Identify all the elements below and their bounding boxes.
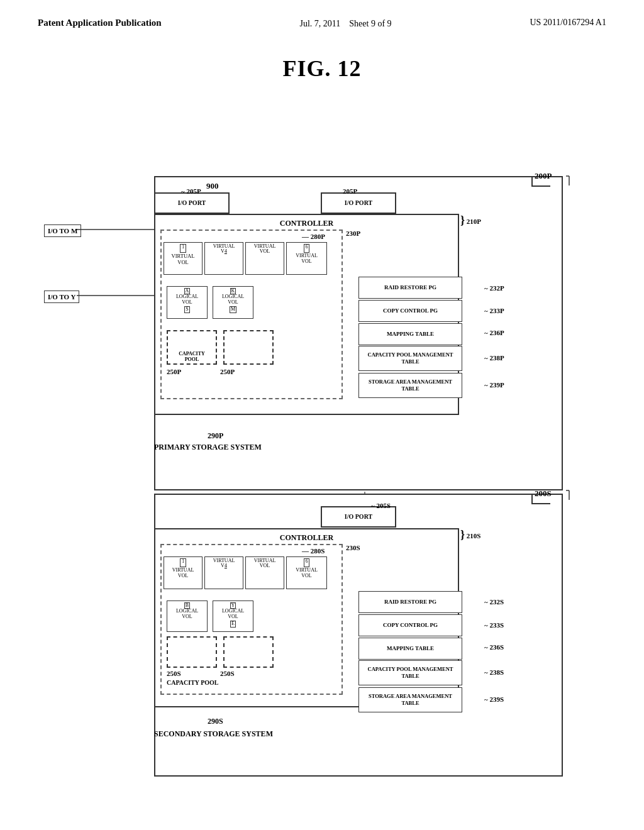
secondary-cap-pool-label: CAPACITY POOL [167,679,219,686]
secondary-storage-mgmt: STORAGE AREA MANAGEMENT TABLE [358,687,462,712]
secondary-storage-mgmt-ref: ~ 239S [484,695,504,703]
secondary-cap-pool-1 [167,636,217,668]
secondary-raid-pg-ref: ~ 232S [484,598,504,606]
primary-vol-area-ref: 230P [346,230,360,237]
secondary-copy-pg-ref: ~ 233S [484,621,504,629]
primary-outer-ref: 200P [535,171,552,181]
primary-io-port-right: I/O PORT [321,192,396,214]
secondary-io-port-ref: ~ 205S [371,502,391,509]
secondary-logical-vol-YE: Y LOGICALVOL E [213,600,253,632]
primary-system-ref: 290P [208,431,223,441]
secondary-cap-mgmt: CAPACITY POOL MANAGEMENT TABLE [358,660,462,685]
secondary-vol3: VIRTUALVOL [245,556,284,589]
primary-io-port-left-ref: ~ 205P [181,187,201,195]
secondary-io-port: I/O PORT [321,506,396,528]
primary-controller-label: CONTROLLER [280,219,333,228]
secondary-system-label: SECONDARY STORAGE SYSTEM [154,729,273,739]
header-right: US 2011/0167294 A1 [530,18,606,28]
secondary-vol-area-ref: 230S [346,544,360,551]
secondary-vol2: VIRTUAL V4 [204,556,243,589]
header-center: Jul. 7, 2011 Sheet 9 of 9 [299,18,391,30]
page-header: Patent Application Publication Jul. 7, 2… [0,0,644,30]
secondary-cap-pool-2 [223,636,274,668]
secondary-controller-ref: } 210S [460,528,480,541]
secondary-raid-pg: RAID RESTORE PG [358,591,462,613]
primary-io-port-left: I/O PORT [154,192,230,214]
primary-mapping-ref: ~ 236P [484,329,504,336]
primary-cap-pool-ref2: 250P [220,368,235,375]
primary-controller-ref: } 210P [460,214,481,227]
primary-900-ref: 900 [206,181,219,191]
header-left: Patent Application Publication [38,18,162,28]
secondary-controller-label: CONTROLLER [280,533,333,543]
secondary-mapping: MAPPING TABLE [358,638,462,660]
diagram-area: 200P 900 I/O PORT ~ 205P I/O PORT 205P C… [38,94,591,786]
primary-vol2: VIRTUAL V4 [204,242,243,275]
primary-storage-mgmt: STORAGE AREA MANAGEMENT TABLE [358,373,462,398]
primary-vol1: 1 VIRTUALVOL [164,242,203,275]
io-to-y-label: I/O TO Y [44,290,79,303]
primary-logical-vol-KM: K LOGICALVOL M [213,286,253,319]
secondary-mapping-ref: ~ 236S [484,643,504,651]
primary-logical-vol-AS: A LOGICALVOL S [167,286,208,319]
secondary-cap-pool-ref2: 250S [220,670,235,677]
primary-copy-pg: COPY CONTROL PG [358,300,462,322]
secondary-cap-pool-ref1: 250S [167,670,181,677]
primary-cap-pool-1: CAPACITYPOOL [167,330,217,365]
secondary-system-ref: 290S [208,717,223,726]
primary-copy-pg-ref: ~ 233P [484,307,504,314]
secondary-vol1: 1 VIRTUALVOL [164,556,203,589]
primary-storage-mgmt-ref: ~ 239P [484,381,504,389]
primary-system-label: PRIMARY STORAGE SYSTEM [154,443,262,452]
primary-vols-ref: — 280P [302,233,325,240]
primary-cap-pool-ref1: 250P [167,368,181,375]
secondary-copy-pg: COPY CONTROL PG [358,614,462,636]
primary-cap-mgmt: CAPACITY POOL MANAGEMENT TABLE [358,346,462,371]
secondary-cap-mgmt-ref: ~ 238S [484,668,504,676]
primary-cap-pool-2 [223,330,274,365]
primary-io-port-right-ref: 205P [343,187,357,195]
secondary-outer-ref: 200S [535,489,552,499]
primary-vol3: VIRTUALVOL [245,242,284,275]
primary-mapping: MAPPING TABLE [358,323,462,345]
secondary-vols-ref: — 280S [302,547,325,555]
primary-cap-mgmt-ref: ~ 238P [484,354,504,362]
figure-title: FIG. 12 [0,55,644,82]
io-to-m-label: I/O TO M [44,224,81,237]
secondary-vol4: 6 VIRTUALVOL [286,556,327,589]
primary-raid-pg: RAID RESTORE PG [358,277,462,299]
primary-vol4: 6 VIRTUALVOL [286,242,327,275]
primary-raid-pg-ref: ~ 232P [484,284,504,292]
secondary-logical-vol-B: B LOGICALVOL [167,600,208,632]
